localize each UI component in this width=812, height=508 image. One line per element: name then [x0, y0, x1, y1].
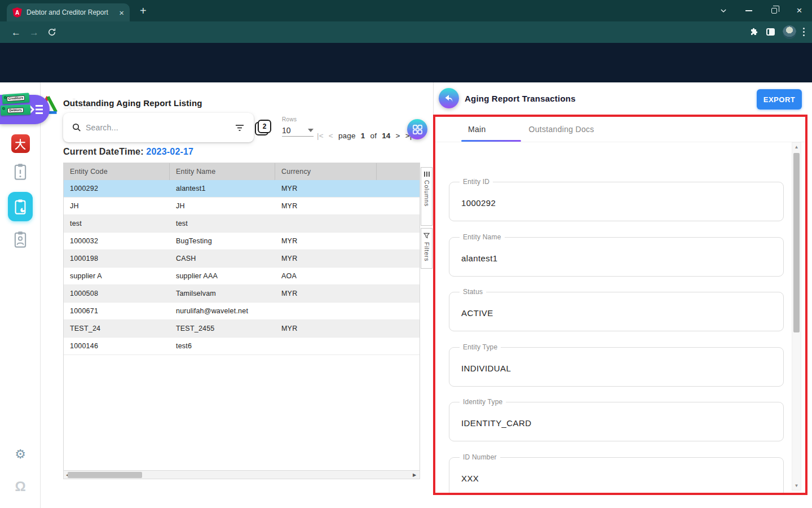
listing-title: Outstanding Aging Report Listing [63, 98, 202, 108]
col-extra[interactable] [377, 163, 420, 180]
dai-app-icon [11, 134, 30, 153]
export-button[interactable]: EXPORT [757, 89, 802, 110]
vertical-scrollbar[interactable]: ▲ ▼ [792, 142, 801, 491]
field-value: XXX [461, 474, 479, 483]
cell-entity-code: JH [64, 198, 170, 214]
sidebar-item-report-alert[interactable] [0, 163, 41, 181]
active-tab-underline [461, 140, 521, 142]
field-label: Identity Type [460, 398, 506, 406]
field-value: alantest1 [461, 253, 497, 263]
col-currency[interactable]: Currency [275, 163, 377, 180]
cell-entity-name: test [170, 215, 275, 232]
sidebar-item-red-applet[interactable] [0, 134, 41, 153]
detail-form: Entity ID 1000292 Entity Name alantest1 … [435, 142, 805, 493]
pagination: |< < page 1 of 14 > >| [317, 129, 412, 142]
new-tab-button[interactable]: + [140, 5, 147, 17]
table-row[interactable]: JH JH MYR [64, 198, 420, 215]
grid-view-button[interactable] [407, 119, 427, 139]
columns-side-tab[interactable]: Columns [421, 167, 433, 226]
field-label: ID Number [460, 453, 500, 461]
horizontal-scroll-thumb[interactable] [68, 472, 142, 478]
tab-outstanding-docs[interactable]: Outstanding Docs [529, 125, 594, 134]
browser-tab[interactable]: A Debtor and Creditor Report × [7, 3, 130, 21]
field-label: Status [460, 288, 486, 296]
cell-extra [377, 180, 420, 197]
cell-currency: MYR [275, 320, 377, 337]
table-row[interactable]: 1000146 test6 [64, 338, 420, 355]
cell-extra [377, 215, 420, 232]
form-field[interactable]: Identity Type IDENTITY_CARD [449, 402, 784, 441]
window-restore-button[interactable] [761, 0, 787, 21]
detail-tabs: Main Outstanding Docs [435, 117, 805, 142]
cell-entity-code: supplier A [64, 268, 170, 284]
cell-currency [275, 215, 377, 232]
table-row[interactable]: 1000032 BugTesting MYR [64, 233, 420, 250]
window-chevron-button[interactable] [710, 0, 736, 21]
browser-profile-avatar[interactable] [783, 25, 796, 39]
col-entity-code[interactable]: Entity Code [64, 163, 170, 180]
tab-close-icon[interactable]: × [119, 8, 124, 17]
highlighted-detail-region: Main Outstanding Docs Entity ID 1000292 … [433, 115, 807, 495]
cell-entity-code: 1000671 [64, 303, 170, 319]
sidebar-profile[interactable]: Ω [0, 479, 41, 494]
form-field[interactable]: Entity Type INDIVIDUAL [449, 347, 784, 387]
cell-entity-name: test6 [170, 338, 275, 354]
cell-extra [377, 320, 420, 337]
tab-main[interactable]: Main [468, 125, 486, 134]
search-box[interactable] [63, 113, 254, 142]
angular-favicon-icon: A [12, 7, 22, 17]
layer-count-button[interactable]: 2 [255, 120, 272, 137]
forward-nav-icon[interactable]: → [29, 28, 39, 37]
cell-currency: AOA [275, 268, 377, 284]
sidebar-item-contacts-report[interactable] [0, 230, 41, 248]
cell-currency: MYR [275, 285, 377, 302]
table-row[interactable]: test test [64, 215, 420, 233]
next-page-button[interactable]: > [396, 132, 400, 140]
table-row[interactable]: TEST_24 TEST_2455 MYR [64, 320, 420, 338]
first-page-button[interactable]: |< [317, 132, 324, 140]
form-field[interactable]: ID Number XXX [449, 457, 784, 493]
clipboard-alert-icon [13, 163, 28, 181]
sidebar-settings[interactable]: ⚙ [0, 447, 41, 462]
side-panel-icon[interactable] [766, 28, 775, 36]
browser-menu-icon[interactable] [803, 28, 805, 36]
table-row[interactable]: 1000292 alantest1 MYR [64, 180, 420, 198]
screen: A Debtor and Creditor Report × + × ← → a… [0, 0, 812, 508]
extensions-puzzle-icon[interactable] [749, 28, 758, 37]
current-datetime: Current DateTime: 2023-02-17 [63, 147, 193, 157]
table-row[interactable]: 1000671 nurulifah@wavelet.net [64, 303, 420, 320]
window-minimize-button[interactable] [736, 0, 761, 21]
prev-page-button[interactable]: < [329, 132, 333, 140]
filter-lines-icon[interactable] [235, 124, 245, 132]
reload-icon[interactable] [47, 28, 56, 37]
rows-per-page-select[interactable]: 10 [282, 124, 314, 137]
form-field[interactable]: Entity ID 1000292 [449, 182, 784, 221]
vertical-scroll-thumb[interactable] [793, 153, 800, 332]
table-row[interactable]: supplier A supplier AAA AOA [64, 268, 420, 285]
form-field[interactable]: Entity Name alantest1 [449, 237, 784, 277]
back-button[interactable] [439, 88, 459, 108]
scroll-down-arrow-icon[interactable]: ▼ [792, 483, 801, 488]
scroll-up-arrow-icon[interactable]: ▲ [792, 144, 801, 150]
field-label: Entity ID [460, 178, 493, 186]
search-input[interactable] [86, 123, 230, 132]
cell-entity-code: 1000032 [64, 233, 170, 249]
debtors-binder-icon: Debtors [1, 104, 31, 116]
clipboard-person-icon [13, 230, 28, 248]
page-total: 14 [382, 132, 390, 140]
table-row[interactable]: 1000508 Tamilselvam MYR [64, 285, 420, 303]
table-row[interactable]: 1000198 CASH MYR [64, 250, 420, 268]
sidebar-item-aging-report-active[interactable] [0, 192, 41, 221]
back-nav-icon[interactable]: ← [11, 28, 21, 37]
browser-toolbar: ← → akaun.cloud/#/applet/tnt/wavelet/erp… [0, 21, 812, 43]
cell-currency [275, 303, 377, 319]
col-entity-name[interactable]: Entity Name [170, 163, 275, 180]
cell-extra [377, 285, 420, 302]
filters-side-tab[interactable]: Filters [421, 228, 433, 269]
app-header: akaun [0, 43, 812, 82]
window-close-button[interactable]: × [787, 0, 812, 21]
browser-tabstrip: A Debtor and Creditor Report × + × [0, 0, 812, 21]
horizontal-scrollbar[interactable]: ◀ ▶ [63, 470, 420, 479]
form-field[interactable]: Status ACTIVE [449, 292, 784, 331]
scroll-right-arrow-icon[interactable]: ▶ [411, 472, 418, 478]
